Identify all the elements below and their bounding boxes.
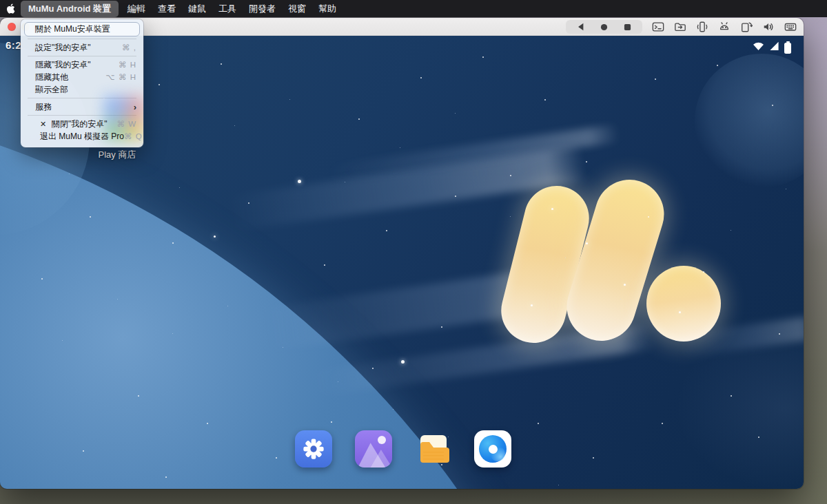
android-device-icon[interactable]: [717, 21, 731, 34]
wifi-icon: [753, 41, 764, 54]
settings-app-icon[interactable]: [295, 430, 332, 468]
menu-item-hide-others[interactable]: 隱藏其他 ⌥ ⌘ H: [21, 71, 143, 83]
play-store-shortcut-label[interactable]: Play 商店: [83, 149, 152, 161]
file-transfer-icon[interactable]: [673, 21, 686, 34]
menubar-item-help[interactable]: 幫助: [312, 1, 343, 17]
menu-item-quit[interactable]: 退出 MuMu 模擬器 Pro ⌘ Q: [21, 130, 143, 143]
planet-top-right-illustration: [695, 54, 804, 188]
status-bar-icons: [753, 41, 791, 54]
apple-menu-icon[interactable]: [0, 3, 21, 14]
signal-icon: [769, 41, 779, 54]
menubar-item-developer[interactable]: 開發者: [243, 1, 282, 17]
menu-item-hide-app[interactable]: 隱藏"我的安卓" ⌘ H: [21, 59, 143, 71]
keyboard-icon[interactable]: [784, 21, 797, 34]
menu-item-about[interactable]: 關於 MuMu安卓裝置: [24, 22, 140, 36]
menu-separator: [28, 56, 136, 56]
app-dropdown-menu: 關於 MuMu安卓裝置 設定"我的安卓" ⌘ , 隱藏"我的安卓" ⌘ H 隱藏…: [21, 19, 143, 147]
mumu-logo-dot: [646, 266, 721, 342]
browser-globe-shape: [479, 435, 507, 463]
shortcut-label: ⌘ ,: [122, 43, 136, 52]
submenu-arrow-icon: ›: [134, 102, 136, 112]
close-x-icon: ✕: [40, 120, 52, 129]
android-home-icon[interactable]: [598, 21, 611, 34]
shortcut-label: ⌘ Q: [124, 132, 143, 141]
menu-item-show-all[interactable]: 顯示全部: [21, 83, 143, 96]
menu-item-close[interactable]: ✕ 關閉"我的安卓" ⌘ W: [21, 118, 143, 130]
shortcut-label: ⌘ H: [119, 60, 136, 70]
emulator-toolbar: [566, 18, 797, 36]
close-window-button[interactable]: [8, 23, 16, 31]
status-bar-clock: 6:2: [6, 39, 21, 51]
terminal-icon[interactable]: [651, 21, 664, 34]
menu-separator: [28, 39, 136, 39]
android-nav-buttons: [566, 20, 642, 34]
gallery-app-icon[interactable]: [355, 430, 392, 468]
menubar-app-name[interactable]: MuMu Android 裝置: [21, 1, 119, 17]
android-recents-icon[interactable]: [621, 21, 634, 34]
menu-item-settings[interactable]: 設定"我的安卓" ⌘ ,: [21, 41, 143, 54]
battery-icon: [784, 43, 791, 54]
shortcut-label: ⌘ W: [116, 119, 136, 129]
star-sparkles: [0, 36, 2, 38]
volume-icon[interactable]: [762, 21, 775, 34]
android-back-icon[interactable]: [574, 21, 587, 34]
menubar-item-view[interactable]: 查看: [152, 1, 182, 17]
shake-phone-icon[interactable]: [695, 21, 708, 34]
browser-app-icon[interactable]: [474, 430, 511, 468]
rotate-screen-icon[interactable]: [739, 21, 753, 34]
files-app-icon[interactable]: [415, 430, 452, 468]
shortcut-label: ⌥ ⌘ H: [106, 72, 136, 82]
mac-menu-bar: MuMu Android 裝置 編輯 查看 鍵鼠 工具 開發者 視窗 幫助: [0, 0, 827, 17]
menubar-item-window[interactable]: 視窗: [282, 1, 312, 17]
menubar-item-edit[interactable]: 編輯: [121, 1, 152, 17]
menu-item-services[interactable]: 服務 ›: [21, 101, 143, 113]
menubar-item-keymouse[interactable]: 鍵鼠: [182, 1, 212, 17]
gallery-moon-shape: [378, 436, 386, 444]
home-screen-dock: [0, 430, 804, 469]
menubar-item-tools[interactable]: 工具: [212, 1, 243, 17]
